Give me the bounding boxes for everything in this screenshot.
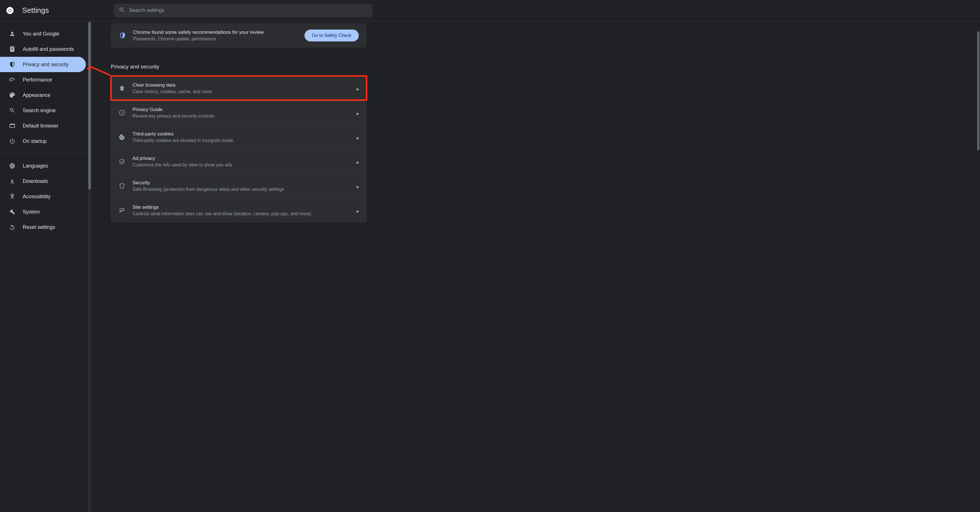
clipboard-icon xyxy=(9,46,15,52)
row-subtitle: Review key privacy and security controls xyxy=(132,114,350,119)
app-title: Settings xyxy=(22,6,49,15)
sidebar-item-languages[interactable]: Languages xyxy=(0,158,86,173)
row-subtitle: Controls what information sites can use … xyxy=(132,211,350,216)
accessibility-icon xyxy=(9,193,15,200)
section-title: Privacy and security xyxy=(111,63,367,70)
chevron-right-icon xyxy=(356,136,360,139)
shield-icon xyxy=(119,32,126,39)
sidebar-item-default-browser[interactable]: Default browser xyxy=(0,118,86,133)
reset-icon xyxy=(9,224,15,230)
person-icon xyxy=(9,31,15,37)
sidebar-item-you-and-google[interactable]: You and Google xyxy=(0,26,86,41)
palette-icon xyxy=(9,92,15,98)
sidebar-item-label: Languages xyxy=(23,163,48,169)
row-privacy-guide[interactable]: Privacy GuideReview key privacy and secu… xyxy=(111,100,367,125)
sidebar-divider xyxy=(0,153,88,154)
safety-banner: Chrome found some safety recommendations… xyxy=(111,23,367,48)
sidebar-item-label: On startup xyxy=(23,138,47,144)
target-icon xyxy=(118,158,126,165)
sidebar-item-label: Default browser xyxy=(23,123,59,129)
search-icon xyxy=(119,7,125,14)
row-title: Security xyxy=(132,180,350,186)
trash-icon xyxy=(118,85,126,92)
sidebar-item-system[interactable]: System xyxy=(0,204,86,219)
banner-title: Chrome found some safety recommendations… xyxy=(133,30,298,35)
sidebar-item-privacy[interactable]: Privacy and security xyxy=(0,57,86,72)
main-content: Chrome found some safety recommendations… xyxy=(88,21,980,512)
row-third-party-cookies[interactable]: Third-party cookiesThird-party cookies a… xyxy=(111,125,367,149)
row-security[interactable]: SecuritySafe Browsing (protection from d… xyxy=(111,174,367,198)
sidebar-item-label: Accessibility xyxy=(23,194,51,200)
row-site-settings[interactable]: Site settingsControls what information s… xyxy=(111,198,367,223)
sidebar-item-autofill[interactable]: Autofill and passwords xyxy=(0,41,86,57)
row-title: Third-party cookies xyxy=(132,131,350,137)
shield-icon xyxy=(9,61,15,68)
cookie-icon xyxy=(118,133,126,141)
sidebar-item-on-startup[interactable]: On startup xyxy=(0,133,86,149)
sidebar-item-label: Downloads xyxy=(23,178,48,184)
sidebar-item-label: Search engine xyxy=(23,108,56,114)
chevron-right-icon xyxy=(356,111,360,114)
window-icon xyxy=(9,123,15,129)
shield-outline-icon xyxy=(118,182,126,190)
search-input[interactable] xyxy=(129,7,368,13)
power-icon xyxy=(9,138,15,144)
row-subtitle: Third-party cookies are blocked in Incog… xyxy=(132,138,350,143)
speedometer-icon xyxy=(9,77,15,83)
sidebar-item-reset-settings[interactable]: Reset settings xyxy=(0,219,86,235)
sidebar-item-label: Appearance xyxy=(23,92,50,98)
chrome-logo-icon xyxy=(6,6,14,15)
download-icon xyxy=(9,178,15,184)
row-title: Site settings xyxy=(132,204,350,210)
sidebar-item-downloads[interactable]: Downloads xyxy=(0,173,86,189)
chevron-right-icon xyxy=(356,87,360,90)
sidebar-item-performance[interactable]: Performance xyxy=(0,72,86,87)
sidebar-item-label: Autofill and passwords xyxy=(23,46,74,52)
row-title: Clear browsing data xyxy=(132,82,350,88)
row-subtitle: Customize the info used by sites to show… xyxy=(132,162,350,168)
search-settings[interactable] xyxy=(114,4,372,17)
row-subtitle: Safe Browsing (protection from dangerous… xyxy=(132,187,350,192)
row-title: Privacy Guide xyxy=(132,107,350,113)
sidebar-item-label: Privacy and security xyxy=(23,62,68,68)
search-icon xyxy=(9,107,15,114)
row-title: Ad privacy xyxy=(132,155,350,161)
banner-subtitle: Passwords, Chrome update, permissions xyxy=(133,36,298,41)
wrench-icon xyxy=(9,209,15,215)
sidebar: You and GoogleAutofill and passwordsPriv… xyxy=(0,21,88,512)
row-ad-privacy[interactable]: Ad privacyCustomize the info used by sit… xyxy=(111,149,367,174)
chevron-right-icon xyxy=(356,209,360,212)
go-to-safety-check-button[interactable]: Go to Safety Check xyxy=(304,30,359,41)
compass-icon xyxy=(118,109,126,116)
tune-icon xyxy=(118,207,126,214)
sidebar-item-accessibility[interactable]: Accessibility xyxy=(0,189,86,204)
sidebar-item-label: Reset settings xyxy=(23,224,55,230)
sidebar-item-appearance[interactable]: Appearance xyxy=(0,87,86,103)
chevron-right-icon xyxy=(356,160,360,163)
sidebar-item-label: You and Google xyxy=(23,31,59,37)
sidebar-item-label: Performance xyxy=(23,77,52,83)
chevron-right-icon xyxy=(356,185,360,187)
privacy-settings-card: Clear browsing dataClear history, cookie… xyxy=(111,76,367,223)
sidebar-item-label: System xyxy=(23,209,40,215)
row-clear-browsing-data[interactable]: Clear browsing dataClear history, cookie… xyxy=(111,76,367,100)
page-scrollbar-thumb[interactable] xyxy=(977,31,980,151)
globe-icon xyxy=(9,163,15,169)
row-subtitle: Clear history, cookies, cache, and more xyxy=(132,89,350,94)
sidebar-item-search-engine[interactable]: Search engine xyxy=(0,103,86,118)
header: Settings xyxy=(0,0,980,21)
